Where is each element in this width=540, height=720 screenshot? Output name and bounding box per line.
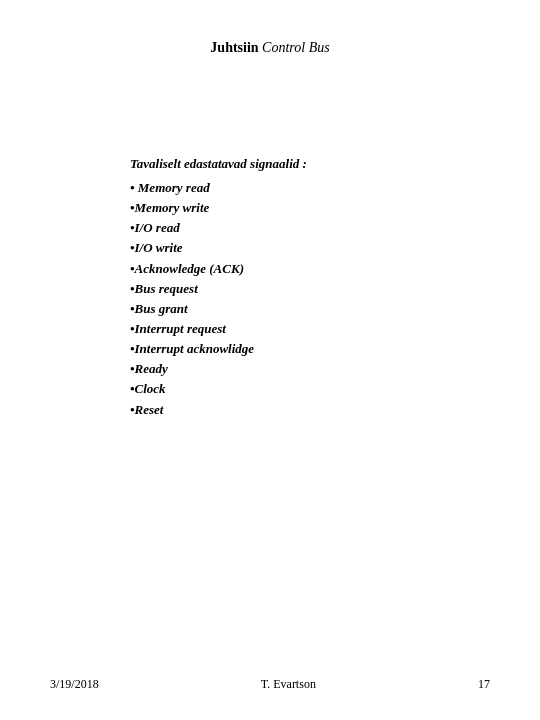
- list-item: •Interrupt request: [130, 319, 490, 339]
- list-item: •I/O read: [130, 218, 490, 238]
- list-item: •Reset: [130, 400, 490, 420]
- bullet-list: • Memory read•Memory write•I/O read•I/O …: [130, 178, 490, 420]
- title-italic-text: Control Bus: [262, 40, 330, 55]
- footer-date: 3/19/2018: [50, 677, 99, 692]
- footer-author: T. Evartson: [261, 677, 316, 692]
- content-section: Tavaliselt edastatavad signaalid : • Mem…: [130, 156, 490, 420]
- page: Juhtsiin Control Bus Tavaliselt edastata…: [0, 0, 540, 720]
- section-heading: Tavaliselt edastatavad signaalid :: [130, 156, 490, 172]
- footer-page: 17: [478, 677, 490, 692]
- page-title: Juhtsiin Control Bus: [50, 40, 490, 56]
- list-item: •Bus grant: [130, 299, 490, 319]
- footer: 3/19/2018 T. Evartson 17: [50, 677, 490, 692]
- list-item: •Bus request: [130, 279, 490, 299]
- list-item: • Memory read: [130, 178, 490, 198]
- list-item: •Interrupt acknowlidge: [130, 339, 490, 359]
- list-item: •Ready: [130, 359, 490, 379]
- title-bold-part: Juhtsiin: [210, 40, 258, 55]
- list-item: •Memory write: [130, 198, 490, 218]
- list-item: •Clock: [130, 379, 490, 399]
- list-item: •Acknowledge (ACK): [130, 259, 490, 279]
- list-item: •I/O write: [130, 238, 490, 258]
